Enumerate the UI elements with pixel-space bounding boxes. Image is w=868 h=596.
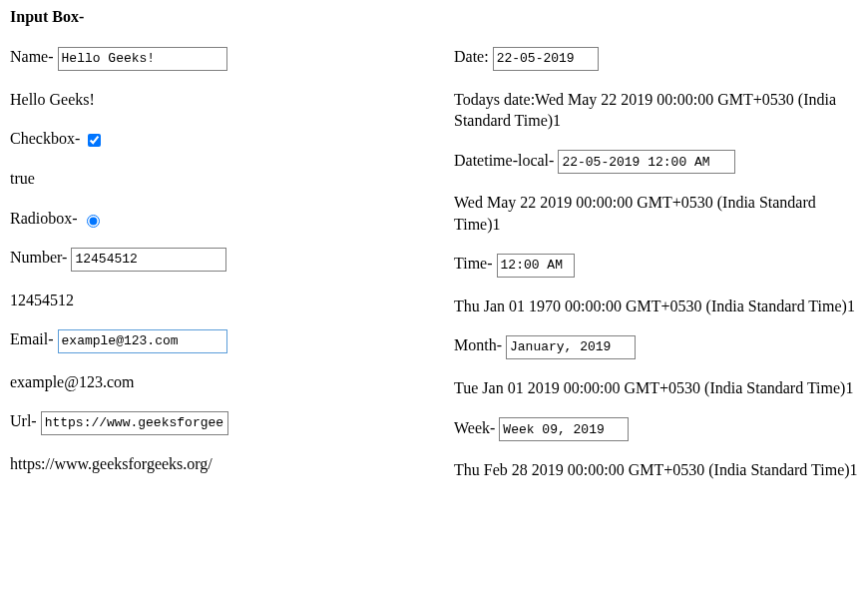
week-label: Week- [454,419,499,436]
date-row: Date: [454,46,858,71]
week-input[interactable] [499,417,629,441]
url-input[interactable] [41,411,228,435]
datetime-output: Wed May 22 2019 00:00:00 GMT+0530 (India… [454,192,858,235]
name-label: Name- [10,48,58,65]
time-input[interactable] [497,254,575,278]
name-row: Name- [10,46,414,71]
radio-input[interactable] [87,215,100,228]
datetime-row: Datetime-local- [454,150,858,175]
week-output: Thu Feb 28 2019 00:00:00 GMT+0530 (India… [454,459,858,481]
date-output: Todays date:Wed May 22 2019 00:00:00 GMT… [454,89,858,132]
checkbox-label: Checkbox- [10,130,84,147]
email-output: example@123.com [10,371,414,393]
month-row: Month- [454,334,858,359]
week-row: Week- [454,417,858,442]
date-label: Date: [454,48,493,65]
month-label: Month- [454,336,506,353]
name-input[interactable] [58,47,227,71]
email-row: Email- [10,328,414,353]
month-output: Tue Jan 01 2019 00:00:00 GMT+0530 (India… [454,377,858,399]
radio-row: Radiobox- [10,208,414,230]
datetime-input[interactable] [558,150,735,174]
email-label: Email- [10,330,58,347]
time-output: Thu Jan 01 1970 00:00:00 GMT+0530 (India… [454,296,858,317]
number-label: Number- [10,249,71,266]
date-input[interactable] [493,47,599,71]
time-row: Time- [454,253,858,278]
number-row: Number- [10,247,414,272]
date-output-prefix: Todays date: [454,91,535,108]
url-row: Url- [10,410,414,435]
email-input[interactable] [58,329,227,353]
section-heading: Input Box- [10,8,858,26]
radio-label: Radiobox- [10,210,82,227]
name-output: Hello Geeks! [10,89,414,111]
datetime-label: Datetime-local- [454,152,558,169]
url-output: https://www.geeksforgeeks.org/ [10,453,414,475]
url-label: Url- [10,412,41,429]
month-input[interactable] [506,335,636,359]
number-output: 12454512 [10,290,414,311]
checkbox-row: Checkbox- [10,128,414,150]
checkbox-input[interactable] [88,134,101,147]
time-label: Time- [454,255,497,272]
number-input[interactable] [71,248,226,272]
checkbox-output: true [10,168,414,190]
